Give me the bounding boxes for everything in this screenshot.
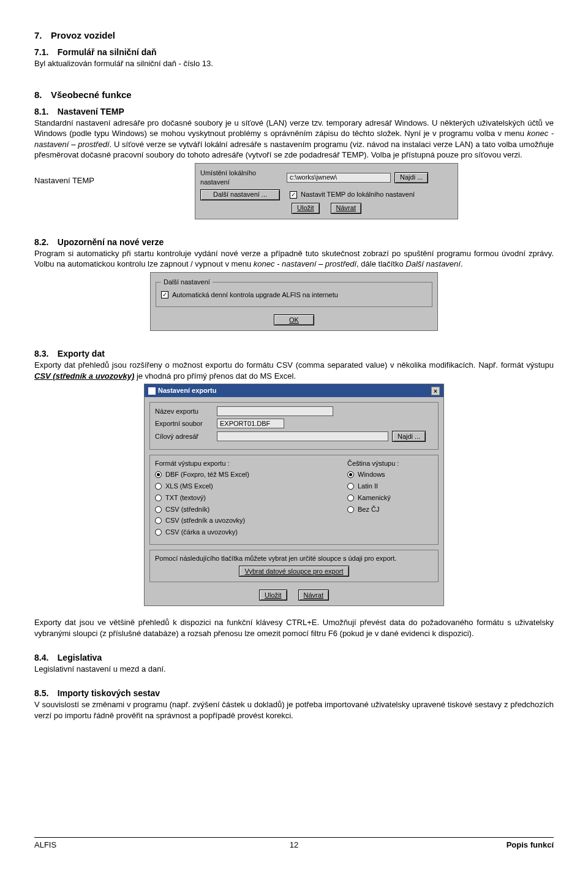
encoding-label: Latin II <box>358 482 378 491</box>
auto-update-label: Automatická denní kontrola upgrade ALFIS… <box>172 290 338 300</box>
format-radio-csv-semi-quote[interactable] <box>155 517 162 524</box>
export-name-label: Název exportu <box>155 407 213 416</box>
format-label: TXT (textový) <box>165 493 206 503</box>
format-label: XLS (MS Excel) <box>165 482 213 491</box>
paragraph: Exporty dat přehledů jsou rozšířeny o mo… <box>34 360 554 381</box>
sub-num: 7.1. <box>34 47 48 57</box>
sub-title: Legislativa <box>58 653 102 662</box>
sub-num: 8.4. <box>34 653 48 662</box>
dialog-title: Nastavení exportu <box>158 386 216 395</box>
temp-checkbox-label: Nastavit TEMP do lokálního nastavení <box>301 190 415 199</box>
more-settings-button[interactable]: Další nastavení ... <box>200 189 280 200</box>
encoding-label: Windows <box>358 470 385 479</box>
sub-title: Formulář na silniční daň <box>58 47 157 57</box>
footer-page-number: 12 <box>290 840 298 851</box>
save-button[interactable]: Uložit <box>292 203 320 214</box>
target-dir-input[interactable] <box>217 431 388 441</box>
temp-label: Nastavení TEMP <box>34 163 99 186</box>
footer-left: ALFIS <box>34 840 290 851</box>
format-label: DBF (Foxpro, též MS Excel) <box>165 470 249 479</box>
paragraph: Exporty dat jsou ve většině přehledů k d… <box>34 617 554 639</box>
close-icon[interactable]: × <box>431 387 440 395</box>
format-radio-txt[interactable] <box>155 495 162 501</box>
find-button[interactable]: Najdi ... <box>392 431 426 442</box>
cube-icon <box>148 387 156 395</box>
paragraph: Program si automaticky při startu kontro… <box>34 248 554 270</box>
paragraph: Standardní nastavení adresáře pro dočasn… <box>34 118 554 161</box>
temp-checkbox[interactable]: ✓ <box>290 191 297 199</box>
sub-num: 8.3. <box>34 349 48 359</box>
format-label: CSV (středník a uvozovky) <box>165 516 245 525</box>
section-7-1-heading: 7.1. Formulář na silniční daň <box>34 47 554 58</box>
section-num: 7. <box>34 30 42 40</box>
path-label: Umístění lokálního nastavení <box>200 169 283 187</box>
paragraph: V souvislostí se změnami v programu (nap… <box>34 699 554 721</box>
help-text: Pomocí následujícího tlačítka můžete vyb… <box>155 554 433 563</box>
back-button[interactable]: Návrat <box>298 590 329 601</box>
sub-num: 8.5. <box>34 688 48 698</box>
export-name-input[interactable] <box>217 406 333 416</box>
sub-num: 8.1. <box>34 107 48 116</box>
section-8-2-heading: 8.2. Upozornění na nové verze <box>34 237 554 248</box>
format-group-label: Formát výstupu exportu : <box>155 459 335 468</box>
encoding-radio-windows[interactable] <box>347 471 354 478</box>
more-settings-panel: Další nastavení ✓ Automatická denní kont… <box>150 272 438 332</box>
section-title: Provoz vozidel <box>51 30 115 40</box>
section-title: Všeobecné funkce <box>51 89 132 100</box>
path-input[interactable]: c:\works\jwnew\ <box>287 173 391 183</box>
section-8-5-heading: 8.5. Importy tiskových sestav <box>34 688 554 699</box>
encoding-radio-kamenicky[interactable] <box>347 495 354 501</box>
section-7-heading: 7. Provoz vozidel <box>34 29 554 42</box>
target-dir-label: Cílový adresář <box>155 432 213 441</box>
auto-update-checkbox[interactable]: ✓ <box>161 291 168 298</box>
format-radio-csv-semi[interactable] <box>155 506 162 513</box>
section-8-4-heading: 8.4. Legislativa <box>34 652 554 664</box>
export-file-input[interactable]: EXPORT01.DBF <box>217 419 284 428</box>
encoding-radio-nocj[interactable] <box>347 506 354 513</box>
paragraph: Legislativní nastavení u mezd a daní. <box>34 664 554 675</box>
select-columns-button[interactable]: Vybrat datové sloupce pro export <box>239 566 349 577</box>
format-radio-csv-comma-quote[interactable] <box>155 529 162 536</box>
export-settings-dialog: Nastavení exportu × Název exportu Export… <box>144 384 444 606</box>
section-num: 8. <box>34 89 42 100</box>
paragraph: Byl aktualizován formulář na silniční da… <box>34 58 554 69</box>
sub-title: Upozornění na nové verze <box>58 237 164 247</box>
format-radio-dbf[interactable] <box>155 471 162 478</box>
footer-right: Popis funkcí <box>298 840 554 851</box>
encoding-label: Kamenický <box>358 493 391 503</box>
temp-settings-panel: Umístění lokálního nastavení c:\works\jw… <box>195 163 458 219</box>
sub-num: 8.2. <box>34 237 48 247</box>
section-8-heading: 8. Všeobecné funkce <box>34 89 554 101</box>
format-label: CSV (čárka a uvozovky) <box>165 528 238 537</box>
back-button[interactable]: Návrat <box>331 203 361 214</box>
section-8-1-heading: 8.1. Nastavení TEMP <box>34 106 554 118</box>
format-radio-xls[interactable] <box>155 483 162 490</box>
encoding-label: Bez ČJ <box>358 505 379 514</box>
find-button[interactable]: Najdi ... <box>394 172 428 183</box>
group-label: Další nastavení <box>161 278 213 287</box>
ok-button[interactable]: OK <box>274 314 314 325</box>
encoding-group-label: Čeština výstupu : <box>347 459 433 468</box>
encoding-radio-latin2[interactable] <box>347 483 354 490</box>
export-file-label: Exportní soubor <box>155 419 213 428</box>
sub-title: Nastavení TEMP <box>58 107 124 116</box>
section-8-3-heading: 8.3. Exporty dat <box>34 348 554 360</box>
format-label: CSV (středník) <box>165 505 209 514</box>
sub-title: Exporty dat <box>58 349 105 359</box>
sub-title: Importy tiskových sestav <box>58 688 160 698</box>
page-footer: ALFIS 12 Popis funkcí <box>34 837 554 851</box>
save-button[interactable]: Uložit <box>259 590 287 601</box>
